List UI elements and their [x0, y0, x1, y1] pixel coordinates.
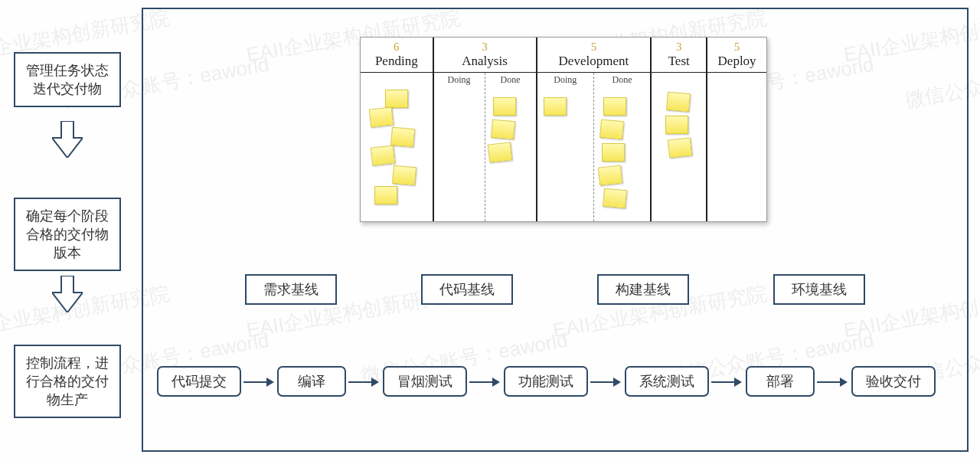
kanban-count: 3: [652, 41, 706, 54]
sticky-note: [603, 97, 626, 116]
flow-step: 冒烟测试: [383, 366, 467, 397]
flow-step: 功能测试: [504, 366, 588, 397]
sticky-note: [493, 97, 516, 116]
arrow-right-icon: [590, 377, 621, 387]
kanban-subcol: Doing: [537, 73, 594, 221]
kanban-col-name: Deploy: [707, 54, 766, 73]
kanban-body: [652, 73, 706, 221]
arrow-right-icon: [469, 377, 500, 387]
kanban-col-name: Development: [537, 54, 651, 73]
flow-step: 代码提交: [157, 366, 241, 397]
sticky-note: [544, 97, 567, 116]
sticky-note: [371, 145, 395, 165]
kanban-subcol: Doing: [434, 73, 485, 221]
flow-step: 验收交付: [851, 366, 936, 397]
kanban-count: 6: [361, 41, 433, 54]
kanban-column: 5Deploy: [707, 38, 766, 221]
flow-step: 部署: [746, 366, 815, 397]
kanban-col-name: Test: [652, 54, 706, 73]
kanban-subcol: Done: [485, 73, 536, 221]
kanban-column: 6Pending: [361, 38, 434, 221]
sticky-note: [385, 90, 408, 108]
baseline-box: 需求基线: [245, 274, 337, 305]
kanban-count: 3: [434, 41, 536, 54]
baseline-box: 构建基线: [597, 274, 689, 305]
kanban-column: 5DevelopmentDoingDone: [537, 38, 652, 221]
arrow-right-icon: [817, 377, 848, 387]
sticky-note: [603, 188, 627, 209]
sticky-note: [666, 92, 691, 113]
kanban-subcols: DoingDone: [537, 73, 651, 221]
step-box-1: 管理任务状态 迭代交付物: [14, 52, 121, 107]
kanban-column: 3AnalysisDoingDone: [434, 38, 537, 221]
sticky-note: [491, 119, 515, 140]
baseline-box: 代码基线: [421, 274, 513, 305]
sticky-note: [392, 165, 416, 186]
sticky-note: [369, 106, 394, 127]
kanban-body: [707, 73, 766, 221]
sticky-note: [602, 143, 625, 162]
arrow-right-icon: [711, 377, 742, 387]
kanban-subcols: DoingDone: [434, 73, 536, 221]
kanban-col-name: Analysis: [434, 54, 536, 73]
flow-step: 系统测试: [625, 366, 709, 397]
kanban-subcol: Done: [594, 73, 650, 221]
sticky-note: [599, 119, 624, 140]
arrow-right-icon: [243, 377, 274, 387]
kanban-body: [361, 73, 433, 221]
sticky-note: [668, 137, 692, 158]
step-box-2: 确定每个阶段 合格的交付物 版本: [14, 198, 121, 271]
step-box-3: 控制流程，进 行合格的交付 物生产: [14, 345, 121, 418]
arrow-down-icon: [52, 121, 83, 158]
sticky-note: [487, 142, 511, 162]
kanban-count: 5: [537, 41, 651, 54]
sticky-note: [598, 165, 622, 185]
kanban-column: 3Test: [652, 38, 707, 221]
sticky-note: [374, 186, 397, 204]
baseline-box: 环境基线: [773, 274, 865, 305]
arrow-right-icon: [348, 377, 379, 387]
kanban-count: 5: [707, 41, 766, 54]
arrow-down-icon: [52, 276, 83, 312]
kanban-board: 6Pending3AnalysisDoingDone5DevelopmentDo…: [360, 37, 767, 222]
kanban-col-name: Pending: [361, 54, 433, 73]
sticky-note: [390, 127, 415, 148]
sticky-note: [665, 116, 688, 134]
flow-step: 编译: [277, 366, 346, 397]
